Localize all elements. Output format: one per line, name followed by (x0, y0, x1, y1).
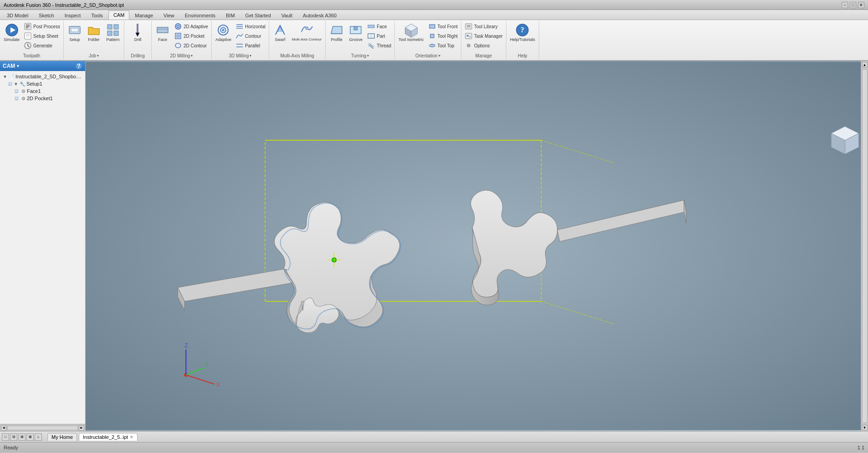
tree-label-face1: Face1 (27, 88, 41, 94)
home-view-button[interactable]: ⌂ (35, 433, 42, 441)
2d-pocket-icon (174, 32, 182, 40)
groove-icon (348, 23, 363, 37)
pattern-button[interactable]: Pattern (104, 22, 122, 43)
multi-axis-section-label: Multi-Axis Milling (280, 53, 314, 58)
ribbon-tab-environments[interactable]: Environments (180, 10, 220, 20)
tree-item-2dpocket1[interactable]: ☑ ⚙ 2D Pocket1 (2, 95, 83, 102)
adaptive-button[interactable]: Adaptive (214, 22, 233, 43)
tab-my-home-label: My Home (51, 434, 73, 440)
tool-isometric-button[interactable]: Tool Isometric (397, 22, 426, 43)
task-manager-button[interactable]: Task Manager (463, 31, 504, 41)
multi-axis-contour-icon (300, 23, 314, 37)
tool-isometric-label: Tool Isometric (398, 37, 424, 42)
parallel-button[interactable]: Parallel (234, 41, 267, 50)
folder-button[interactable]: Folder (85, 22, 103, 43)
ribbon-tab-tools[interactable]: Tools (86, 10, 108, 20)
horizontal-label: Horizontal (245, 24, 266, 29)
ribbon-section-job: Setup Folder Pattern Job ▾ (64, 21, 124, 59)
tool-library-button[interactable]: Tool Library (463, 22, 504, 31)
tool-front-button[interactable]: Tool Front (427, 22, 459, 31)
view-tile-button-4[interactable]: ⊠ (26, 433, 34, 441)
2d-pocket-button[interactable]: 2D Pocket (173, 31, 209, 41)
contour-button[interactable]: Contour (234, 31, 267, 41)
part-button[interactable]: Part (366, 31, 393, 41)
view-tile-button-1[interactable]: □ (2, 433, 9, 441)
swarf-button[interactable]: Swarf (271, 22, 289, 43)
options-button[interactable]: Options (463, 41, 504, 50)
setup-button[interactable]: Setup (66, 22, 84, 43)
ribbon-tab-get-started[interactable]: Get Started (240, 10, 276, 20)
ribbon-tab-inspect[interactable]: Inspect (60, 10, 86, 20)
folder-icon (87, 23, 101, 37)
simulate-button[interactable]: Simulate (2, 22, 21, 43)
minimize-button[interactable]: − (842, 2, 848, 8)
ribbon-tab-bim[interactable]: BIM (221, 10, 240, 20)
view-tile-button-2[interactable]: ⊟ (10, 433, 17, 441)
tab-instructable[interactable]: Instructable_2_5..ipt ✕ (79, 433, 138, 441)
status-text-right: 1 1 (858, 445, 864, 450)
options-icon (465, 41, 473, 50)
bottom-bar: □ ⊟ ⊞ ⊠ ⌂ My Home Instructable_2_5..ipt … (0, 431, 868, 442)
folder-label: Folder (88, 37, 100, 42)
tab-my-home[interactable]: My Home (47, 433, 77, 441)
title-bar-controls: − □ ✕ (842, 2, 864, 8)
view-tile-button-3[interactable]: ⊞ (18, 433, 26, 441)
scroll-down-button[interactable]: ▼ (862, 425, 868, 430)
groove-button[interactable]: Groove (347, 22, 365, 43)
horizontal-scrollbar-track[interactable] (7, 426, 78, 430)
help-tutorials-button[interactable]: ? Help/Tutorials (508, 22, 537, 43)
cam-panel-title: CAM (3, 63, 15, 69)
setup-sheet-button[interactable]: Setup Sheet (22, 31, 61, 41)
maximize-button[interactable]: □ (850, 2, 856, 8)
svg-rect-14 (107, 31, 112, 36)
parallel-icon (235, 41, 244, 50)
2d-contour-label: 2D Contour (184, 43, 207, 48)
close-button[interactable]: ✕ (858, 2, 864, 8)
vertical-scrollbar-track[interactable] (862, 69, 868, 423)
tree-area: ▼ 📄 Instructable_2_5D_Shopbot.ipt O☑ ▼ 🔧… (0, 71, 85, 424)
svg-rect-36 (368, 25, 374, 28)
status-bar: Ready 1 1 (0, 442, 868, 452)
tool-top-button[interactable]: Tool Top (427, 41, 459, 50)
tab-close-icon[interactable]: ✕ (130, 435, 133, 439)
ribbon-tab-3d-model[interactable]: 3D Model (2, 10, 33, 20)
post-process-button[interactable]: Post Process (22, 22, 61, 31)
panel-info-icon[interactable]: ? (75, 62, 82, 70)
profile-button[interactable]: Profile (327, 22, 346, 43)
ribbon-tab-manage[interactable]: Manage (130, 10, 158, 20)
tool-front-icon (428, 22, 436, 31)
viewport[interactable]: X Z Y ▲ ▼ (86, 61, 868, 431)
ribbon-tab-sketch[interactable]: Sketch (34, 10, 59, 20)
contour-label: Contour (245, 34, 261, 39)
tree-item-setup1[interactable]: ☑ ▼ 🔧 Setup1 (2, 80, 83, 87)
2d-contour-button[interactable]: 2D Contour (173, 41, 209, 50)
tree-item-face1[interactable]: ☑ ⚙ Face1 (2, 87, 83, 95)
face-turn-button[interactable]: Face (366, 22, 393, 31)
setup-sheet-icon (24, 32, 32, 40)
scroll-left-button[interactable]: ◄ (1, 425, 6, 431)
drill-button[interactable]: Drill (128, 22, 147, 43)
generate-button[interactable]: Generate (22, 41, 61, 50)
horizontal-button[interactable]: Horizontal (234, 22, 267, 31)
ribbon-tab-vault[interactable]: Vault (276, 10, 297, 20)
post-process-label: Post Process (33, 24, 60, 29)
swarf-label: Swarf (275, 37, 285, 42)
face-icon (155, 23, 170, 37)
tool-right-label: Tool Right (438, 34, 458, 39)
tree-item-root[interactable]: ▼ 📄 Instructable_2_5D_Shopbot.ipt O (2, 73, 83, 80)
generate-label: Generate (33, 43, 52, 48)
scroll-right-button[interactable]: ► (79, 425, 84, 431)
face-button[interactable]: Face (153, 22, 172, 43)
setup-label: Setup (69, 37, 80, 42)
ribbon-tab-cam[interactable]: CAM (108, 10, 129, 20)
ribbon-tab-autodesk-a360[interactable]: Autodesk A360 (298, 10, 342, 20)
ribbon-tab-view[interactable]: View (158, 10, 179, 20)
multi-axis-contour-button[interactable]: Multi-Axis Contour (290, 22, 323, 43)
scroll-up-button[interactable]: ▲ (862, 62, 868, 67)
svg-rect-12 (107, 25, 112, 29)
thread-button[interactable]: Thread (366, 41, 393, 50)
2d-adaptive-button[interactable]: 2D Adaptive (173, 22, 209, 31)
face-turn-icon (367, 22, 375, 31)
tool-right-button[interactable]: Tool Right (427, 31, 459, 41)
turning-section-label: Turning ▾ (351, 53, 369, 58)
